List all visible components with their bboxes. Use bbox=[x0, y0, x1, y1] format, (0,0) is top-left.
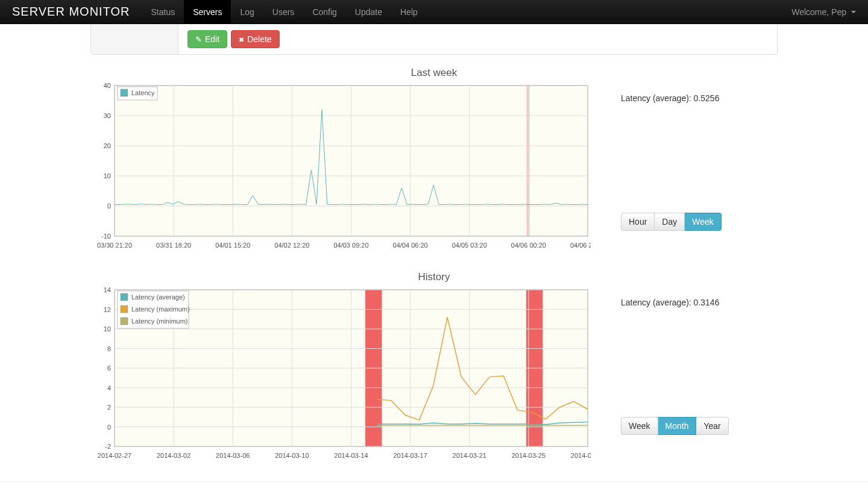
svg-text:2014-03-14: 2014-03-14 bbox=[334, 452, 368, 459]
edit-icon bbox=[195, 34, 202, 44]
svg-text:2014-03-21: 2014-03-21 bbox=[453, 452, 486, 459]
footer: Powered by PHP Server Monitor v3.0.0. Ba… bbox=[0, 481, 868, 485]
svg-text:04/04 06:20: 04/04 06:20 bbox=[393, 242, 428, 249]
svg-text:04/01 15:20: 04/01 15:20 bbox=[215, 242, 250, 249]
svg-text:2: 2 bbox=[107, 404, 111, 411]
edit-button[interactable]: Edit bbox=[187, 30, 227, 48]
svg-text:2014-03-29: 2014-03-29 bbox=[571, 452, 591, 459]
svg-rect-78 bbox=[121, 305, 128, 313]
nav-item-servers[interactable]: Servers bbox=[184, 0, 231, 23]
svg-text:0: 0 bbox=[107, 424, 111, 431]
panel-sidebar-placeholder bbox=[91, 24, 178, 54]
range-hour-button[interactable]: Hour bbox=[621, 213, 655, 231]
nav-item-update[interactable]: Update bbox=[346, 0, 391, 23]
svg-text:20: 20 bbox=[104, 142, 111, 149]
svg-text:2014-03-17: 2014-03-17 bbox=[393, 452, 427, 459]
range-day-button[interactable]: Day bbox=[655, 213, 685, 231]
svg-text:03/31 18:20: 03/31 18:20 bbox=[156, 242, 191, 249]
svg-text:-2: -2 bbox=[105, 443, 111, 450]
svg-text:40: 40 bbox=[104, 83, 111, 89]
range-selector-week: HourDayWeek bbox=[621, 213, 778, 231]
navbar: SERVER MONITOR StatusServersLogUsersConf… bbox=[0, 0, 868, 24]
svg-text:04/05 03:20: 04/05 03:20 bbox=[452, 242, 487, 249]
svg-text:Latency (maximum): Latency (maximum) bbox=[131, 305, 190, 313]
week-latency-avg: Latency (average): 0.5256 bbox=[621, 93, 778, 103]
svg-text:04/06 00:20: 04/06 00:20 bbox=[511, 242, 546, 249]
user-greeting: Welcome, Pep bbox=[791, 7, 846, 17]
delete-label: Delete bbox=[247, 34, 271, 44]
svg-text:10: 10 bbox=[104, 325, 111, 333]
nav-item-status[interactable]: Status bbox=[142, 0, 184, 23]
svg-text:2014-03-06: 2014-03-06 bbox=[216, 452, 250, 459]
chart-history: -2024681012142014-02-272014-03-022014-03… bbox=[90, 287, 609, 463]
range-selector-history: WeekMonthYear bbox=[621, 417, 778, 435]
svg-rect-80 bbox=[121, 318, 128, 325]
svg-text:2014-03-02: 2014-03-02 bbox=[157, 452, 190, 459]
nav: StatusServersLogUsersConfigUpdateHelp bbox=[142, 0, 427, 23]
server-actions-panel: Edit Delete bbox=[90, 24, 778, 55]
brand: SERVER MONITOR bbox=[12, 5, 130, 19]
range-week-button[interactable]: Week bbox=[621, 417, 658, 435]
svg-text:04/03 09:20: 04/03 09:20 bbox=[333, 242, 368, 249]
user-menu[interactable]: Welcome, Pep bbox=[791, 7, 856, 17]
nav-item-config[interactable]: Config bbox=[303, 0, 345, 23]
svg-rect-34 bbox=[121, 89, 128, 96]
chart-last-week: -1001020304003/30 21:2003/31 18:2004/01 … bbox=[90, 83, 609, 253]
nav-item-log[interactable]: Log bbox=[231, 0, 263, 23]
svg-text:Latency: Latency bbox=[131, 89, 155, 96]
svg-text:8: 8 bbox=[107, 345, 111, 352]
svg-text:14: 14 bbox=[104, 287, 111, 293]
svg-text:04/06 21:20: 04/06 21:20 bbox=[570, 242, 591, 249]
svg-text:0: 0 bbox=[107, 202, 111, 210]
svg-text:-10: -10 bbox=[101, 233, 111, 240]
svg-text:Latency (minimum): Latency (minimum) bbox=[131, 318, 188, 325]
edit-label: Edit bbox=[205, 34, 219, 44]
svg-text:6: 6 bbox=[107, 365, 111, 372]
chart-title-week: Last week bbox=[90, 67, 778, 79]
svg-text:2014-03-25: 2014-03-25 bbox=[512, 452, 546, 459]
delete-icon bbox=[239, 34, 244, 44]
svg-text:4: 4 bbox=[107, 384, 111, 392]
svg-text:04/02 12:20: 04/02 12:20 bbox=[274, 242, 309, 249]
range-month-button[interactable]: Month bbox=[658, 417, 697, 435]
nav-item-users[interactable]: Users bbox=[263, 0, 304, 23]
chart-title-history: History bbox=[90, 271, 778, 283]
history-latency-avg: Latency (average): 0.3146 bbox=[621, 298, 778, 307]
range-week-button[interactable]: Week bbox=[685, 213, 722, 231]
svg-text:Latency (average): Latency (average) bbox=[131, 293, 185, 301]
range-year-button[interactable]: Year bbox=[696, 417, 728, 435]
nav-item-help[interactable]: Help bbox=[391, 0, 427, 23]
svg-text:12: 12 bbox=[104, 306, 111, 313]
svg-text:2014-03-10: 2014-03-10 bbox=[275, 452, 309, 459]
svg-text:2014-02-27: 2014-02-27 bbox=[98, 452, 131, 459]
caret-down-icon bbox=[851, 11, 856, 13]
svg-text:03/30 21:20: 03/30 21:20 bbox=[97, 242, 132, 249]
svg-rect-76 bbox=[121, 293, 128, 301]
svg-text:10: 10 bbox=[104, 172, 111, 180]
delete-button[interactable]: Delete bbox=[231, 30, 279, 48]
svg-text:30: 30 bbox=[104, 112, 111, 119]
